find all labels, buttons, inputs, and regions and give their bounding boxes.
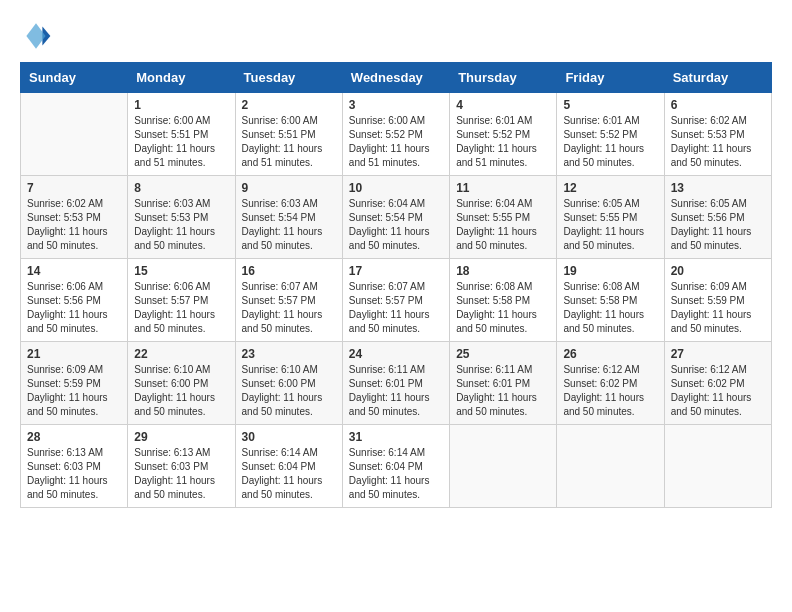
day-info: Sunrise: 6:12 AMSunset: 6:02 PMDaylight:… <box>671 363 765 419</box>
week-row-2: 7Sunrise: 6:02 AMSunset: 5:53 PMDaylight… <box>21 176 772 259</box>
day-number: 13 <box>671 181 765 195</box>
day-cell: 22Sunrise: 6:10 AMSunset: 6:00 PMDayligh… <box>128 342 235 425</box>
col-header-sunday: Sunday <box>21 63 128 93</box>
day-cell: 28Sunrise: 6:13 AMSunset: 6:03 PMDayligh… <box>21 425 128 508</box>
day-info: Sunrise: 6:01 AMSunset: 5:52 PMDaylight:… <box>563 114 657 170</box>
day-info: Sunrise: 6:02 AMSunset: 5:53 PMDaylight:… <box>27 197 121 253</box>
col-header-tuesday: Tuesday <box>235 63 342 93</box>
day-number: 14 <box>27 264 121 278</box>
day-cell: 24Sunrise: 6:11 AMSunset: 6:01 PMDayligh… <box>342 342 449 425</box>
day-info: Sunrise: 6:14 AMSunset: 6:04 PMDaylight:… <box>242 446 336 502</box>
day-number: 6 <box>671 98 765 112</box>
col-header-friday: Friday <box>557 63 664 93</box>
day-cell <box>21 93 128 176</box>
day-info: Sunrise: 6:08 AMSunset: 5:58 PMDaylight:… <box>456 280 550 336</box>
day-info: Sunrise: 6:13 AMSunset: 6:03 PMDaylight:… <box>27 446 121 502</box>
day-info: Sunrise: 6:11 AMSunset: 6:01 PMDaylight:… <box>456 363 550 419</box>
day-number: 29 <box>134 430 228 444</box>
day-cell: 26Sunrise: 6:12 AMSunset: 6:02 PMDayligh… <box>557 342 664 425</box>
day-number: 25 <box>456 347 550 361</box>
day-number: 2 <box>242 98 336 112</box>
day-info: Sunrise: 6:08 AMSunset: 5:58 PMDaylight:… <box>563 280 657 336</box>
day-info: Sunrise: 6:06 AMSunset: 5:56 PMDaylight:… <box>27 280 121 336</box>
week-row-1: 1Sunrise: 6:00 AMSunset: 5:51 PMDaylight… <box>21 93 772 176</box>
col-header-saturday: Saturday <box>664 63 771 93</box>
day-cell: 11Sunrise: 6:04 AMSunset: 5:55 PMDayligh… <box>450 176 557 259</box>
day-info: Sunrise: 6:11 AMSunset: 6:01 PMDaylight:… <box>349 363 443 419</box>
day-info: Sunrise: 6:09 AMSunset: 5:59 PMDaylight:… <box>27 363 121 419</box>
day-cell <box>450 425 557 508</box>
day-info: Sunrise: 6:00 AMSunset: 5:51 PMDaylight:… <box>134 114 228 170</box>
day-info: Sunrise: 6:04 AMSunset: 5:55 PMDaylight:… <box>456 197 550 253</box>
day-cell: 19Sunrise: 6:08 AMSunset: 5:58 PMDayligh… <box>557 259 664 342</box>
day-number: 21 <box>27 347 121 361</box>
day-cell <box>557 425 664 508</box>
day-info: Sunrise: 6:05 AMSunset: 5:56 PMDaylight:… <box>671 197 765 253</box>
day-cell: 30Sunrise: 6:14 AMSunset: 6:04 PMDayligh… <box>235 425 342 508</box>
day-number: 1 <box>134 98 228 112</box>
day-cell: 2Sunrise: 6:00 AMSunset: 5:51 PMDaylight… <box>235 93 342 176</box>
day-number: 28 <box>27 430 121 444</box>
day-number: 9 <box>242 181 336 195</box>
day-number: 8 <box>134 181 228 195</box>
day-info: Sunrise: 6:10 AMSunset: 6:00 PMDaylight:… <box>242 363 336 419</box>
day-number: 18 <box>456 264 550 278</box>
day-number: 12 <box>563 181 657 195</box>
day-number: 30 <box>242 430 336 444</box>
day-number: 20 <box>671 264 765 278</box>
day-cell: 23Sunrise: 6:10 AMSunset: 6:00 PMDayligh… <box>235 342 342 425</box>
day-number: 23 <box>242 347 336 361</box>
day-cell: 6Sunrise: 6:02 AMSunset: 5:53 PMDaylight… <box>664 93 771 176</box>
day-number: 24 <box>349 347 443 361</box>
day-cell: 21Sunrise: 6:09 AMSunset: 5:59 PMDayligh… <box>21 342 128 425</box>
day-number: 3 <box>349 98 443 112</box>
day-cell: 13Sunrise: 6:05 AMSunset: 5:56 PMDayligh… <box>664 176 771 259</box>
day-cell: 31Sunrise: 6:14 AMSunset: 6:04 PMDayligh… <box>342 425 449 508</box>
day-number: 22 <box>134 347 228 361</box>
day-info: Sunrise: 6:07 AMSunset: 5:57 PMDaylight:… <box>349 280 443 336</box>
day-number: 7 <box>27 181 121 195</box>
day-info: Sunrise: 6:12 AMSunset: 6:02 PMDaylight:… <box>563 363 657 419</box>
day-cell: 8Sunrise: 6:03 AMSunset: 5:53 PMDaylight… <box>128 176 235 259</box>
day-cell: 7Sunrise: 6:02 AMSunset: 5:53 PMDaylight… <box>21 176 128 259</box>
day-cell: 27Sunrise: 6:12 AMSunset: 6:02 PMDayligh… <box>664 342 771 425</box>
day-cell: 14Sunrise: 6:06 AMSunset: 5:56 PMDayligh… <box>21 259 128 342</box>
day-cell: 15Sunrise: 6:06 AMSunset: 5:57 PMDayligh… <box>128 259 235 342</box>
day-info: Sunrise: 6:14 AMSunset: 6:04 PMDaylight:… <box>349 446 443 502</box>
day-cell: 5Sunrise: 6:01 AMSunset: 5:52 PMDaylight… <box>557 93 664 176</box>
day-cell <box>664 425 771 508</box>
header-row: SundayMondayTuesdayWednesdayThursdayFrid… <box>21 63 772 93</box>
day-info: Sunrise: 6:03 AMSunset: 5:54 PMDaylight:… <box>242 197 336 253</box>
day-number: 4 <box>456 98 550 112</box>
col-header-monday: Monday <box>128 63 235 93</box>
day-info: Sunrise: 6:02 AMSunset: 5:53 PMDaylight:… <box>671 114 765 170</box>
week-row-4: 21Sunrise: 6:09 AMSunset: 5:59 PMDayligh… <box>21 342 772 425</box>
day-number: 15 <box>134 264 228 278</box>
day-number: 19 <box>563 264 657 278</box>
col-header-wednesday: Wednesday <box>342 63 449 93</box>
logo <box>20 20 58 52</box>
day-cell: 4Sunrise: 6:01 AMSunset: 5:52 PMDaylight… <box>450 93 557 176</box>
day-info: Sunrise: 6:13 AMSunset: 6:03 PMDaylight:… <box>134 446 228 502</box>
col-header-thursday: Thursday <box>450 63 557 93</box>
day-info: Sunrise: 6:06 AMSunset: 5:57 PMDaylight:… <box>134 280 228 336</box>
day-cell: 10Sunrise: 6:04 AMSunset: 5:54 PMDayligh… <box>342 176 449 259</box>
day-info: Sunrise: 6:03 AMSunset: 5:53 PMDaylight:… <box>134 197 228 253</box>
day-number: 5 <box>563 98 657 112</box>
day-cell: 3Sunrise: 6:00 AMSunset: 5:52 PMDaylight… <box>342 93 449 176</box>
day-cell: 18Sunrise: 6:08 AMSunset: 5:58 PMDayligh… <box>450 259 557 342</box>
day-number: 17 <box>349 264 443 278</box>
page-header <box>20 20 772 52</box>
day-number: 11 <box>456 181 550 195</box>
day-number: 26 <box>563 347 657 361</box>
day-info: Sunrise: 6:01 AMSunset: 5:52 PMDaylight:… <box>456 114 550 170</box>
day-info: Sunrise: 6:07 AMSunset: 5:57 PMDaylight:… <box>242 280 336 336</box>
day-number: 10 <box>349 181 443 195</box>
day-cell: 9Sunrise: 6:03 AMSunset: 5:54 PMDaylight… <box>235 176 342 259</box>
day-info: Sunrise: 6:09 AMSunset: 5:59 PMDaylight:… <box>671 280 765 336</box>
day-info: Sunrise: 6:00 AMSunset: 5:51 PMDaylight:… <box>242 114 336 170</box>
day-info: Sunrise: 6:10 AMSunset: 6:00 PMDaylight:… <box>134 363 228 419</box>
day-info: Sunrise: 6:04 AMSunset: 5:54 PMDaylight:… <box>349 197 443 253</box>
week-row-3: 14Sunrise: 6:06 AMSunset: 5:56 PMDayligh… <box>21 259 772 342</box>
day-cell: 1Sunrise: 6:00 AMSunset: 5:51 PMDaylight… <box>128 93 235 176</box>
